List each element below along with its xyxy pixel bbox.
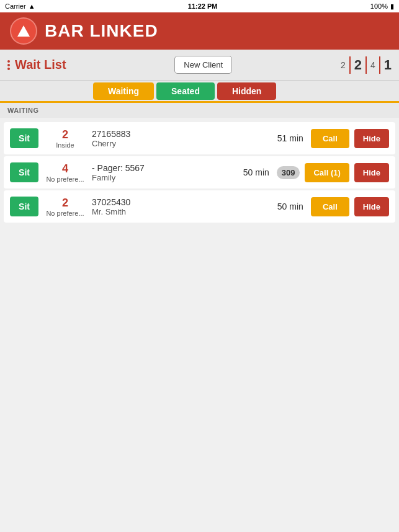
sit-button-2[interactable]: Sit [10, 162, 38, 182]
logo-triangle-icon [17, 25, 30, 37]
counter-divider-1 [349, 56, 351, 74]
new-client-button[interactable]: New Client [174, 56, 232, 74]
wifi-icon: ▲ [29, 2, 35, 10]
tab-waiting[interactable]: Waiting [93, 82, 154, 100]
counters: 2 2 4 1 [341, 56, 392, 74]
tab-hidden[interactable]: Hidden [217, 82, 276, 100]
party-pref-3: No prefere... [43, 210, 87, 217]
sit-button-1[interactable]: Sit [10, 128, 38, 148]
counter-divider-2 [365, 56, 367, 74]
counter-divider-3 [379, 56, 380, 74]
hide-button-3[interactable]: Hide [354, 197, 389, 216]
status-left: Carrier ▲ [5, 2, 35, 10]
battery-icon: ▮ [390, 2, 394, 11]
sit-button-3[interactable]: Sit [10, 197, 38, 216]
party-size-3: 2 [43, 197, 87, 210]
contact-info-1: 27165883 Cherry [92, 129, 270, 148]
pager-badge-2: 309 [277, 166, 300, 179]
counter-large-1: 2 [354, 57, 362, 73]
counter-large-2: 1 [384, 57, 392, 73]
wait-time-3: 50 min [275, 202, 306, 211]
counter-small-1: 2 [341, 60, 346, 70]
table-row: Sit 2 No prefere... 37025430 Mr. Smith 5… [4, 190, 395, 223]
wait-time-2: 50 min [241, 167, 272, 177]
contact-name-2: Family [92, 173, 236, 182]
status-time: 11:22 PM [188, 2, 218, 10]
counter-small-2: 4 [370, 60, 375, 70]
app-logo [10, 17, 37, 45]
hide-button-1[interactable]: Hide [354, 129, 389, 148]
wait-time-1: 51 min [275, 133, 306, 143]
party-pref-1: Inside [43, 141, 87, 149]
call-button-2[interactable]: Call (1) [305, 163, 349, 182]
table-row: Sit 4 No prefere... - Pager: 5567 Family… [4, 156, 395, 188]
contact-name-3: Mr. Smith [92, 207, 270, 216]
party-info-1: 2 Inside [43, 128, 87, 149]
party-info-2: 4 No prefere... [43, 162, 87, 183]
contact-phone-2: - Pager: 5567 [92, 163, 236, 173]
call-button-1[interactable]: Call [311, 129, 349, 148]
carrier-label: Carrier [5, 2, 26, 10]
contact-phone-3: 37025430 [92, 197, 270, 207]
status-bar: Carrier ▲ 11:22 PM 100% ▮ [0, 0, 399, 12]
toolbar-left: Wait List [7, 58, 66, 72]
hide-button-2[interactable]: Hide [354, 163, 389, 182]
contact-name-1: Cherry [92, 139, 270, 148]
party-size-1: 2 [43, 128, 87, 141]
party-pref-2: No prefere... [43, 175, 87, 183]
battery-label: 100% [370, 2, 388, 10]
status-right: 100% ▮ [370, 2, 394, 11]
toolbar: Wait List New Client 2 2 4 1 [0, 50, 399, 81]
page-title: Wait List [15, 58, 66, 72]
section-label: WAITING [0, 103, 399, 118]
waitlist: Sit 2 Inside 27165883 Cherry 51 min Call… [0, 118, 399, 227]
dots-menu-icon[interactable] [7, 60, 10, 70]
tab-bar: Waiting Seated Hidden [0, 81, 399, 103]
party-info-3: 2 No prefere... [43, 197, 87, 217]
contact-phone-1: 27165883 [92, 129, 270, 139]
contact-info-2: - Pager: 5567 Family [92, 163, 236, 182]
table-row: Sit 2 Inside 27165883 Cherry 51 min Call… [4, 122, 395, 154]
party-size-2: 4 [43, 162, 87, 175]
contact-info-3: 37025430 Mr. Smith [92, 197, 270, 216]
app-title: BAR LINKED [45, 21, 158, 41]
app-header: BAR LINKED [0, 12, 399, 50]
call-button-3[interactable]: Call [311, 197, 349, 216]
tab-seated[interactable]: Seated [156, 82, 215, 100]
